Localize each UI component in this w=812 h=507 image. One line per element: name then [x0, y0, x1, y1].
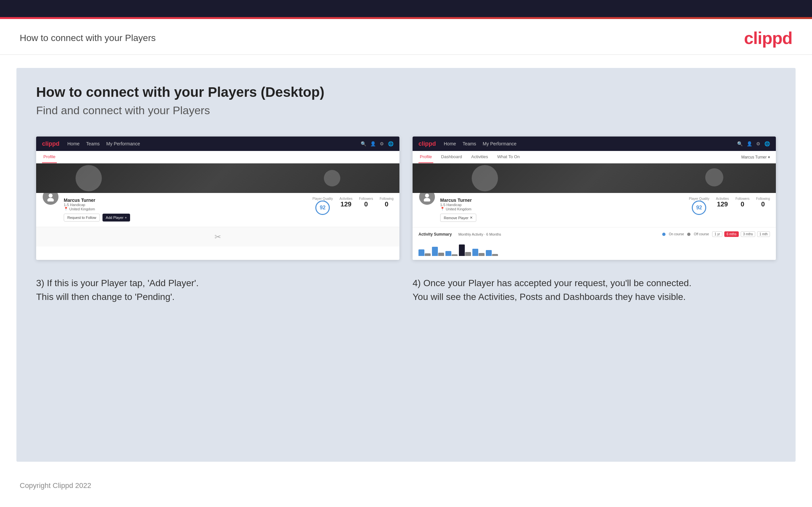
chart-bar-on-2: [432, 247, 438, 256]
left-profile-banner: [36, 163, 399, 193]
chart-bar-on-5: [472, 249, 478, 256]
left-screenshot-bottom: ✂: [36, 227, 399, 246]
chart-bar-on-4: [459, 244, 465, 256]
right-user-icon[interactable]: 👤: [747, 141, 752, 146]
right-banner-decor-2: [705, 168, 723, 186]
screenshots-row: clippd Home Teams My Performance 🔍 👤 ⚙ 🌐…: [36, 136, 776, 260]
left-player-name: Marcus Turner: [64, 198, 308, 203]
location-pin-icon: 📍: [64, 207, 68, 211]
chart-bar-off-6: [492, 254, 498, 256]
on-course-label: On course: [669, 232, 684, 236]
on-course-dot: [662, 233, 665, 236]
left-player-location: 📍 United Kingdom: [64, 207, 308, 211]
filter-6mths[interactable]: 6 mths: [724, 231, 739, 237]
description-right-text: 4) Once your Player has accepted your re…: [413, 278, 692, 302]
right-btn-row: Remove Player ✕: [440, 214, 684, 222]
left-nav-icons: 🔍 👤 ⚙ 🌐: [361, 141, 394, 146]
right-navbar: clippd Home Teams My Performance 🔍 👤 ⚙ 🌐: [413, 136, 776, 151]
chart-bar-off-1: [425, 253, 430, 256]
svg-point-3: [424, 198, 430, 202]
activity-title: Activity Summary: [418, 232, 452, 237]
svg-point-2: [425, 193, 429, 198]
screenshot-right: clippd Home Teams My Performance 🔍 👤 ⚙ 🌐…: [413, 136, 776, 260]
footer: Copyright Clippd 2022: [0, 475, 812, 497]
off-course-dot: [687, 233, 691, 236]
left-navbar: clippd Home Teams My Performance 🔍 👤 ⚙ 🌐: [36, 136, 399, 151]
right-nav-icons: 🔍 👤 ⚙ 🌐: [737, 141, 770, 146]
left-tabs: Profile: [36, 151, 399, 163]
chart-bar-off-4: [465, 252, 471, 256]
chart-bar-off-2: [438, 253, 444, 256]
user-icon[interactable]: 👤: [370, 141, 376, 146]
scissors-icon: ✂: [214, 232, 221, 241]
right-player-location: 📍 United Kingdom: [440, 207, 684, 211]
page-title: How to connect with your Players (Deskto…: [36, 84, 776, 100]
activity-header: Activity Summary Monthly Activity · 6 Mo…: [418, 231, 770, 237]
request-to-follow-button[interactable]: Request to Follow: [64, 214, 100, 222]
right-globe-icon[interactable]: 🌐: [764, 141, 770, 146]
add-player-button[interactable]: Add Player +: [102, 214, 130, 222]
chevron-down-icon: ▾: [768, 155, 770, 160]
filter-1mth[interactable]: 1 mth: [757, 231, 770, 237]
right-stat-followers: Followers 0: [735, 197, 750, 208]
right-quality-circle: 92: [692, 201, 706, 215]
right-nav-teams[interactable]: Teams: [462, 141, 476, 146]
right-settings-icon[interactable]: ⚙: [756, 141, 760, 146]
right-tab-dashboard[interactable]: Dashboard: [440, 151, 463, 163]
left-nav-performance[interactable]: My Performance: [106, 141, 140, 146]
page-subtitle: Find and connect with your Players: [36, 104, 776, 117]
right-location-pin-icon: 📍: [440, 207, 445, 211]
remove-player-button[interactable]: Remove Player ✕: [440, 214, 476, 222]
left-btn-row: Request to Follow Add Player +: [64, 214, 308, 222]
right-banner-decor-1: [472, 165, 498, 191]
activity-legend: On course Off course: [662, 232, 709, 236]
chart-group-3: [445, 251, 458, 256]
header: How to connect with your Players clippd: [0, 19, 812, 55]
left-quality-circle: 92: [315, 201, 330, 215]
banner-decor-2: [324, 170, 340, 186]
activity-left: Activity Summary Monthly Activity · 6 Mo…: [418, 232, 501, 237]
left-stat-activities: Activities 129: [340, 197, 352, 208]
right-stat-quality: Player Quality 92: [689, 197, 709, 216]
filter-1yr[interactable]: 1 yr: [712, 231, 722, 237]
right-tab-activities[interactable]: Activities: [470, 151, 489, 163]
chart-area: [418, 239, 770, 256]
plus-icon: +: [125, 216, 127, 220]
description-left-text: 3) If this is your Player tap, 'Add Play…: [36, 278, 199, 302]
off-course-label: Off course: [694, 232, 709, 236]
svg-point-0: [49, 193, 53, 198]
activity-right: On course Off course 1 yr 6 mths 3 mths …: [662, 231, 770, 237]
chart-group-1: [418, 249, 430, 256]
activity-section: Activity Summary Monthly Activity · 6 Mo…: [413, 227, 776, 260]
right-stat-activities: Activities 129: [716, 197, 729, 208]
screenshot-left: clippd Home Teams My Performance 🔍 👤 ⚙ 🌐…: [36, 136, 399, 260]
search-icon[interactable]: 🔍: [361, 141, 366, 146]
copyright-text: Copyright Clippd 2022: [20, 482, 91, 490]
banner-decor-1: [75, 165, 102, 191]
chart-bar-off-3: [452, 254, 458, 256]
left-nav-teams[interactable]: Teams: [86, 141, 100, 146]
left-tab-profile[interactable]: Profile: [42, 151, 57, 163]
svg-point-1: [47, 198, 54, 202]
left-player-handicap: 1-5 Handicap: [64, 203, 308, 207]
left-stat-following: Following 0: [380, 197, 394, 208]
right-tab-what-to-on[interactable]: What To On: [496, 151, 521, 163]
header-title: How to connect with your Players: [20, 33, 156, 43]
chart-bar-on-6: [486, 250, 492, 256]
right-profile-stats: Player Quality 92 Activities 129 Followe…: [689, 197, 770, 216]
right-tab-profile[interactable]: Profile: [418, 151, 433, 163]
left-nav-home[interactable]: Home: [67, 141, 80, 146]
right-nav-home[interactable]: Home: [444, 141, 456, 146]
left-profile-info: Marcus Turner 1-5 Handicap 📍 United King…: [36, 193, 399, 227]
settings-icon[interactable]: ⚙: [380, 141, 384, 146]
globe-icon[interactable]: 🌐: [388, 141, 394, 146]
descriptions-row: 3) If this is your Player tap, 'Add Play…: [36, 276, 776, 304]
right-tabs-bar: Profile Dashboard Activities What To On …: [413, 151, 776, 163]
right-nav-performance[interactable]: My Performance: [483, 141, 517, 146]
filter-3mths[interactable]: 3 mths: [741, 231, 755, 237]
right-search-icon[interactable]: 🔍: [737, 141, 743, 146]
right-profile-info: Marcus Turner 1-5 Handicap 📍 United King…: [413, 193, 776, 227]
right-stat-following: Following 0: [756, 197, 770, 208]
right-player-handicap: 1-5 Handicap: [440, 203, 684, 207]
chart-group-5: [472, 249, 485, 256]
